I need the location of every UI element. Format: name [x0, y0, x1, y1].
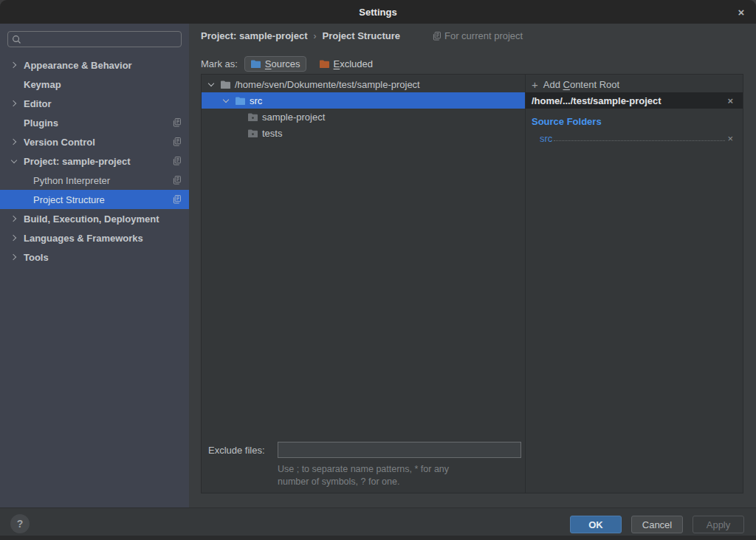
per-project-icon [173, 137, 181, 146]
tree-row-sample-project[interactable]: sample-project [202, 109, 525, 125]
source-folder-entry[interactable]: src × [526, 129, 743, 144]
chevron-right-icon[interactable] [9, 252, 19, 262]
mnemonic: E [334, 58, 340, 69]
settings-content: Project: sample-project › Project Struct… [189, 24, 756, 507]
source-folder-icon [235, 96, 246, 106]
folder-icon [247, 129, 258, 138]
chevron-down-icon[interactable] [221, 95, 231, 106]
sidebar-item-label: Version Control [24, 137, 95, 148]
sidebar-item-appearance-behavior[interactable]: Appearance & Behavior [0, 55, 189, 75]
tree-row-label: tests [262, 128, 282, 139]
sidebar-item-project-sample-project[interactable]: Project: sample-project [0, 151, 189, 171]
tree-row-content-root[interactable]: /home/sven/Dokumente/test/sample-project [202, 76, 525, 92]
remove-content-root-icon[interactable]: × [727, 95, 733, 106]
button-label: xcluded [340, 58, 373, 69]
breadcrumb: Project: sample-project › Project Struct… [201, 30, 523, 41]
content-roots-panel: + Add Content Root /home/.../test/sample… [526, 74, 743, 493]
chevron-right-icon[interactable] [9, 213, 19, 224]
dialog-footer: ? OK Cancel Apply [0, 507, 756, 540]
tree-row-src[interactable]: src [202, 92, 525, 109]
sidebar-item-label: Tools [24, 252, 49, 263]
exclude-files-input[interactable] [278, 442, 521, 458]
per-project-icon [173, 157, 181, 165]
help-icon[interactable]: ? [10, 514, 30, 533]
per-project-icon [173, 176, 181, 185]
folder-orange-icon [319, 59, 330, 69]
dotted-leader [554, 140, 725, 141]
mark-sources-button[interactable]: Sources [244, 56, 306, 72]
breadcrumb-project: Project: sample-project [201, 30, 308, 41]
mark-as-toolbar: Mark as: Sources Excluded [201, 55, 379, 72]
sidebar-item-project-structure[interactable]: Project Structure [0, 190, 189, 209]
sidebar-item-label: Appearance & Behavior [24, 60, 132, 71]
chevron-right-icon[interactable] [9, 60, 19, 70]
close-icon[interactable]: × [732, 0, 750, 24]
content-root-entry[interactable]: /home/.../test/sample-project × [526, 92, 743, 109]
search-box[interactable] [7, 31, 182, 47]
exclude-files-label: Exclude files: [208, 445, 278, 456]
sidebar-item-label: Editor [24, 98, 52, 109]
remove-source-folder-icon[interactable]: × [727, 133, 733, 144]
hint-line: number of symbols, ? for one. [278, 476, 519, 488]
for-current-project-note: For current project [433, 30, 523, 41]
page-title: Project Structure [323, 30, 400, 41]
dialog-buttons: OK Cancel Apply [570, 516, 744, 533]
sidebar-item-languages-frameworks[interactable]: Languages & Frameworks [0, 228, 189, 247]
chevron-spacer [9, 117, 19, 128]
source-folder-name: src [540, 133, 552, 144]
chevron-right-icon[interactable] [9, 98, 19, 109]
tree-row-tests[interactable]: tests [202, 125, 525, 141]
sidebar-item-label: Languages & Frameworks [24, 233, 143, 244]
sidebar-item-plugins[interactable]: Plugins [0, 113, 189, 132]
folder-blue-icon [250, 59, 261, 69]
per-project-icon [433, 32, 441, 41]
cancel-button[interactable]: Cancel [631, 516, 683, 533]
source-folders-title: Source Folders [532, 116, 743, 127]
per-project-icon [173, 118, 181, 127]
button-label: ources [272, 58, 300, 69]
per-project-icon [173, 195, 181, 204]
search-icon [12, 35, 21, 44]
tree-row-label: src [250, 95, 262, 106]
search-input[interactable] [25, 33, 177, 46]
hint-line: Use ; to separate name patterns, * for a… [278, 463, 519, 476]
folder-icon [247, 112, 258, 122]
sidebar-item-label: Build, Execution, Deployment [24, 213, 159, 225]
breadcrumb-separator: › [314, 31, 317, 41]
sidebar-item-label: Project: sample-project [24, 156, 131, 167]
add-icon: + [532, 79, 538, 90]
content-root-path: /home/.../test/sample-project [532, 95, 662, 106]
chevron-down-icon[interactable] [9, 156, 19, 166]
folder-icon [220, 80, 231, 89]
sidebar-menu: Appearance & Behavior Keymap Editor Plug… [0, 55, 189, 267]
mark-as-label: Mark as: [201, 58, 238, 69]
exclude-files-section: Exclude files: Use ; to separate name pa… [202, 442, 525, 488]
chevron-spacer [9, 79, 19, 89]
mark-excluded-button[interactable]: Excluded [313, 56, 379, 72]
sidebar-item-tools[interactable]: Tools [0, 247, 189, 267]
sidebar-item-python-interpreter[interactable]: Python Interpreter [0, 171, 189, 190]
dialog-title: Settings [359, 7, 396, 18]
chevron-down-icon[interactable] [206, 79, 216, 89]
sidebar-item-label: Plugins [24, 117, 58, 129]
mnemonic: S [265, 58, 272, 69]
sidebar-item-keymap[interactable]: Keymap [0, 75, 189, 94]
sidebar-item-editor[interactable]: Editor [0, 94, 189, 113]
mnemonic: C [563, 79, 570, 90]
project-tree-panel: /home/sven/Dokumente/test/sample-project… [201, 74, 526, 493]
apply-button[interactable]: Apply [693, 516, 744, 533]
add-content-root-button[interactable]: + Add Content Root [526, 76, 743, 92]
note-label: For current project [444, 30, 523, 41]
sidebar-item-build-execution-deployment[interactable]: Build, Execution, Deployment [0, 209, 189, 228]
sidebar-item-label: Keymap [24, 79, 61, 90]
ok-button[interactable]: OK [570, 516, 622, 533]
button-label: ontent Root [570, 79, 619, 90]
sidebar-item-version-control[interactable]: Version Control [0, 132, 189, 151]
title-bar: Settings × [0, 0, 756, 24]
chevron-right-icon[interactable] [9, 233, 19, 243]
settings-dialog: Settings × Appearance & Behavior Keymap … [0, 0, 756, 540]
sidebar-item-label: Project Structure [33, 194, 105, 205]
settings-sidebar: Appearance & Behavior Keymap Editor Plug… [0, 24, 189, 507]
sidebar-item-label: Python Interpreter [33, 175, 110, 186]
chevron-right-icon[interactable] [9, 137, 19, 147]
